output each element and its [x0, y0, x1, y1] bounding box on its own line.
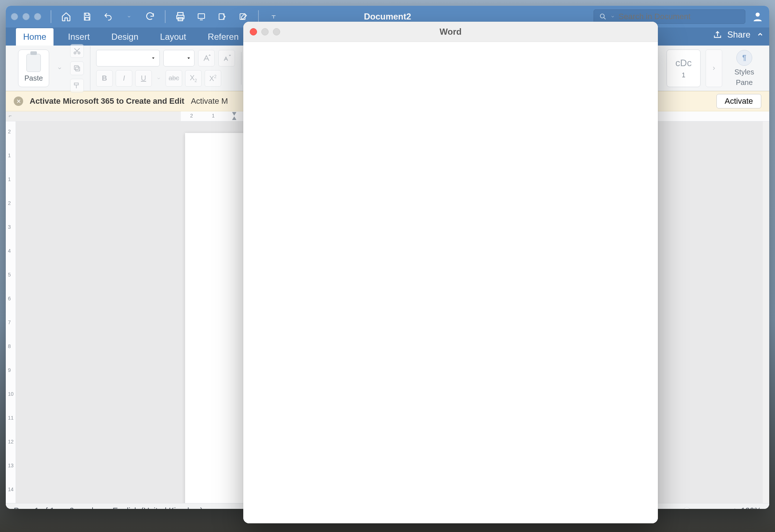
styles-pane-label-1: Styles	[735, 68, 754, 76]
style-caption: 1	[682, 72, 685, 79]
subscript-button[interactable]: X2	[185, 70, 202, 87]
ruler-v-tick: 9	[8, 367, 11, 373]
svg-point-5	[600, 14, 604, 18]
superscript-button[interactable]: X2	[205, 70, 221, 87]
style-preview: cDc	[676, 57, 692, 69]
font-name-select[interactable]	[96, 50, 160, 66]
styles-group: cDc 1 ¶ Styles Pane	[667, 50, 761, 87]
ruler-v-tick: 2	[8, 129, 11, 134]
ruler-v-tick: 2	[8, 200, 11, 206]
clipboard-icon	[26, 54, 41, 72]
edit-doc-icon[interactable]	[216, 10, 228, 23]
window-controls	[11, 13, 41, 20]
styles-more-icon[interactable]	[706, 50, 722, 87]
quick-access-toolbar	[51, 10, 280, 23]
share-icon[interactable]	[713, 30, 722, 39]
tab-references[interactable]: Referen	[201, 28, 246, 46]
banner-heading: Activate Microsoft 365 to Create and Edi…	[30, 96, 184, 106]
ruler-tick: 2	[190, 113, 193, 119]
save-icon[interactable]	[81, 10, 93, 23]
status-language[interactable]: English (United Kingdom)	[113, 506, 203, 509]
zoom-slider-knob[interactable]	[683, 507, 690, 509]
cut-icon[interactable]	[70, 44, 84, 58]
tab-design[interactable]: Design	[104, 28, 146, 46]
undo-icon[interactable]	[102, 10, 114, 23]
ruler-v-tick: 1	[8, 153, 11, 158]
pilcrow-icon: ¶	[736, 50, 752, 66]
zoom-in-icon[interactable]: +	[732, 506, 737, 509]
qat-customize-icon[interactable]	[267, 10, 280, 23]
home-icon[interactable]	[60, 10, 72, 23]
ruler-v-tick: 12	[8, 439, 14, 445]
paste-button[interactable]: Paste	[18, 50, 49, 87]
print-icon[interactable]	[174, 10, 187, 23]
zoom-value[interactable]: 100%	[741, 506, 761, 509]
ruler-tick: 1	[212, 113, 215, 119]
chevron-down-icon	[186, 56, 191, 61]
underline-dropdown-icon[interactable]	[155, 70, 163, 87]
ruler-vertical[interactable]: 211234567891011121314	[6, 121, 16, 503]
clipboard-mini	[70, 44, 84, 93]
font-size-select[interactable]	[163, 50, 194, 66]
zoom-out-icon[interactable]: −	[676, 505, 682, 509]
ruler-v-tick: 4	[8, 248, 11, 254]
ruler-v-tick: 8	[8, 343, 11, 349]
status-page[interactable]: Page 1 of 1	[14, 506, 55, 509]
ruler-v-tick: 13	[8, 463, 14, 468]
shrink-font-icon[interactable]	[218, 50, 235, 66]
search-caret-icon[interactable]	[611, 14, 615, 19]
banner-close-icon[interactable]: ✕	[14, 96, 23, 106]
font-group: B I U abc X2 X2	[92, 50, 239, 87]
ruler-margin-shade	[6, 111, 181, 121]
clipboard-group: Paste	[14, 44, 88, 93]
styles-pane-button[interactable]: ¶ Styles Pane	[727, 50, 761, 87]
qat-separator	[51, 10, 51, 23]
word-modal-window: Word	[243, 22, 658, 523]
svg-point-6	[755, 13, 759, 17]
svg-rect-2	[198, 14, 205, 18]
strike-button[interactable]: abc	[166, 70, 182, 87]
account-avatar-icon[interactable]	[751, 10, 764, 23]
vertical-scrollbar[interactable]	[763, 121, 769, 503]
zoom-dot[interactable]	[34, 13, 41, 20]
qat-separator-3	[258, 10, 259, 23]
ruler-v-tick: 7	[8, 319, 11, 325]
search-input[interactable]	[618, 12, 740, 21]
style-gallery-item[interactable]: cDc 1	[667, 50, 701, 87]
indent-marker-icon[interactable]	[231, 111, 237, 121]
format-painter-icon[interactable]	[70, 79, 84, 93]
svg-rect-9	[76, 67, 80, 71]
styles-pane-label-2: Pane	[736, 78, 753, 87]
ruler-v-tick: 11	[8, 415, 14, 421]
italic-button[interactable]: I	[116, 70, 132, 87]
svg-rect-10	[74, 65, 78, 69]
banner-text: Activate M	[191, 96, 228, 106]
grow-font-icon[interactable]	[198, 50, 215, 66]
paste-dropdown-icon[interactable]	[53, 61, 67, 75]
tab-selector-icon[interactable]: ⌐	[9, 113, 12, 119]
paste-label: Paste	[24, 74, 43, 82]
redo-icon[interactable]	[144, 10, 156, 23]
tab-insert[interactable]: Insert	[61, 28, 97, 46]
close-dot[interactable]	[11, 13, 18, 20]
tab-layout[interactable]: Layout	[153, 28, 193, 46]
qat-separator-2	[165, 10, 166, 23]
minimize-dot[interactable]	[22, 13, 30, 20]
tab-home[interactable]: Home	[16, 28, 53, 46]
tabbar-right: Share	[713, 30, 765, 40]
collapse-ribbon-icon[interactable]	[755, 30, 765, 39]
share-label[interactable]: Share	[727, 30, 750, 40]
bold-button[interactable]: B	[96, 70, 113, 87]
chevron-down-icon	[151, 56, 156, 61]
edit-page-icon[interactable]	[237, 10, 249, 23]
status-words[interactable]: 0 words	[70, 506, 98, 509]
ruler-v-tick: 5	[8, 272, 11, 278]
screen-icon[interactable]	[195, 10, 207, 23]
search-icon	[599, 13, 607, 21]
ruler-v-tick: 1	[8, 176, 11, 182]
copy-icon[interactable]	[70, 61, 84, 75]
underline-button[interactable]: U	[135, 70, 152, 87]
undo-dropdown-icon[interactable]	[123, 10, 135, 23]
activate-button[interactable]: Activate	[716, 94, 761, 108]
ruler-v-tick: 3	[8, 224, 11, 230]
